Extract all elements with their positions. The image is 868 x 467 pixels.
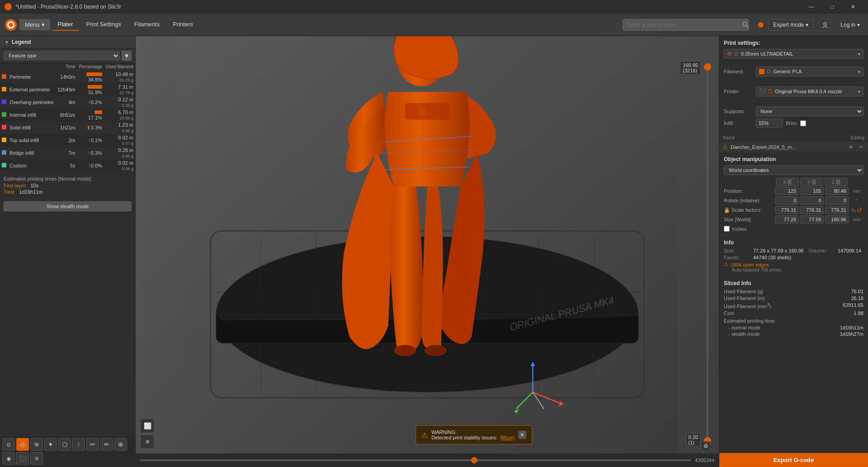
filament-mm3-key: Used Filament (mm3) [724, 302, 771, 309]
account-button[interactable] [818, 19, 832, 31]
filament-cell: 1.23 m3.66 g [104, 121, 135, 134]
filament-m-row: Used Filament (m) 26.16 [724, 295, 863, 301]
object-name: Daecher_Export-2024_5_m... [731, 144, 844, 150]
size-y-input[interactable] [800, 215, 823, 224]
bar-cell: 0.3% [77, 147, 104, 159]
tool-btn-2[interactable]: ◎ [16, 438, 29, 451]
total-value: 1d16h11m [19, 189, 42, 195]
open-edges-warning-icon: ⚠ [724, 262, 728, 267]
position-y-input[interactable] [800, 187, 823, 195]
maximize-button[interactable]: □ [822, 0, 843, 14]
object-edit-button[interactable]: ✏ [858, 143, 864, 150]
position-z-input[interactable] [825, 187, 849, 195]
position-x-input[interactable] [775, 187, 798, 195]
bar-cell: 31.9% [77, 83, 104, 96]
bar-fill [89, 164, 90, 167]
viewport-bottom-icons: ⬜ ≡ [140, 419, 155, 449]
filament-icon: 🗋 [766, 68, 772, 75]
export-gcode-button[interactable]: Export G-code [719, 453, 868, 467]
inches-checkbox[interactable] [724, 226, 730, 232]
tool-btn-9[interactable]: ⊕ [114, 438, 127, 451]
feature-name-cell: Internal infill [0, 109, 56, 121]
sliced-info-title: Sliced Info [724, 280, 863, 286]
tool-btn-8[interactable]: ✏ [100, 438, 113, 451]
warning-more-link[interactable]: [More] [500, 435, 514, 440]
printers-tab[interactable]: Printers [167, 19, 198, 31]
tool-btn-5[interactable]: ⬡ [58, 438, 71, 451]
scale-z-input[interactable] [825, 206, 849, 214]
scale-x-input[interactable] [775, 206, 798, 214]
feature-name: Internal infill [9, 112, 36, 118]
tool-btn-1[interactable]: ⎊ [2, 438, 15, 451]
expert-mode-button[interactable]: Expert mode ▾ [768, 19, 813, 31]
time-cell: 2m [56, 134, 77, 147]
print-time-section: Estimated printing time: - normal mode 1… [724, 318, 863, 337]
printer-dropdown[interactable]: ⬛ 🗋 Original Prusa MK4 0.4 nozzle ▾ [756, 86, 863, 96]
bar-cell: 0.1% [77, 134, 104, 147]
rotate-x-input[interactable] [775, 196, 798, 205]
stats-table: Time Percentage Used filament Perimeter … [0, 63, 135, 172]
menu-button[interactable]: Menu ▾ [19, 19, 50, 30]
tool-btn-12[interactable]: ≡ [30, 452, 43, 465]
filaments-tab[interactable]: Filaments [129, 19, 165, 31]
3d-view: ORIGINAL PRUSA MK4 [136, 36, 719, 453]
warning-close-button[interactable]: ✕ [518, 431, 526, 439]
filament-cell: 0.12 m0.35 g [104, 96, 135, 109]
stealth-mode-button[interactable]: Show stealth mode [4, 201, 132, 211]
print-profile-dropdown[interactable]: ⚙ 🗋 0.05mm ULTRADETAIL ▾ [724, 49, 863, 59]
lock-scale-icon[interactable]: 🔒 [724, 207, 730, 213]
tool-btn-6[interactable]: ↑ [72, 438, 85, 451]
search-input[interactable] [623, 19, 749, 31]
slider-track[interactable] [707, 63, 708, 444]
object-visibility-button[interactable]: 👁 [847, 144, 855, 150]
rotate-z-input[interactable] [825, 196, 849, 205]
horizontal-slider-track[interactable] [140, 459, 691, 461]
slider-handle-top[interactable] [704, 63, 711, 71]
close-button[interactable]: ✕ [843, 0, 863, 14]
feature-name: Perimeter [9, 74, 31, 80]
bar-cell: 34.8% [77, 71, 104, 84]
feature-name-cell: Solid infill [0, 121, 56, 134]
supports-select[interactable]: None [756, 106, 863, 116]
tool-btn-7[interactable]: ✂ [86, 438, 99, 451]
viewport[interactable]: ORIGINAL PRUSA MK4 [136, 36, 719, 467]
app-icon [5, 3, 12, 10]
tool-btn-4[interactable]: ✦ [44, 438, 57, 451]
brim-checkbox[interactable] [800, 120, 806, 126]
horizontal-slider-handle[interactable] [471, 457, 477, 463]
size-x-input[interactable] [775, 215, 798, 224]
filament-m-key: Used Filament (m) [724, 295, 764, 301]
coordinate-system-dropdown[interactable]: World coordinates [724, 165, 863, 175]
minimize-button[interactable]: — [801, 0, 822, 14]
login-button[interactable]: Log in ▾ [837, 19, 863, 30]
viewport-settings-button[interactable]: ⚙ [701, 441, 711, 451]
feature-name: External perimeter [9, 87, 50, 92]
filament-color-swatch [759, 69, 764, 74]
feature-type-select[interactable]: Feature type [4, 51, 120, 60]
open-edges-warning: ⚠ 1804 open edges [724, 262, 863, 267]
tool-btn-11[interactable]: ⬛ [16, 452, 29, 465]
feature-name: Top solid infill [9, 138, 39, 143]
scale-y-input[interactable] [800, 206, 823, 214]
tool-btn-10[interactable]: ◈ [2, 452, 15, 465]
filament-dropdown[interactable]: 🗋 Generic PLA ▾ [756, 67, 863, 76]
print-settings-tab[interactable]: Print Settings [81, 19, 127, 31]
feature-filter-button[interactable]: ▼ [122, 51, 132, 61]
reset-scale-icon[interactable]: ↺ [857, 206, 862, 214]
layers-button[interactable]: ≡ [140, 434, 155, 449]
feature-name: Overhang perimeter [9, 100, 54, 105]
infill-input[interactable] [756, 119, 783, 128]
size-z-input[interactable] [825, 215, 849, 224]
info-section: Info Size: 77.26 x 77.69 x 160.96 Volume… [719, 236, 868, 276]
rotate-y-input[interactable] [800, 196, 823, 205]
printer-section: Printer: ⬛ 🗋 Original Prusa MK4 0.4 nozz… [719, 83, 868, 103]
perspective-button[interactable]: ⬜ [140, 419, 155, 433]
plater-tab[interactable]: Plater [52, 19, 79, 31]
filament-mm3-value: 62911.65 [843, 302, 863, 309]
tool-btn-3[interactable]: ≋ [30, 438, 43, 451]
toolbar-bottom: ⎊ ◎ ≋ ✦ ⬡ ↑ ✂ ✏ ⊕ ◈ ⬛ ≡ [0, 435, 135, 467]
printing-times-label: Estimated printing times [Normal mode]: [4, 176, 132, 181]
col-name [0, 63, 56, 71]
normal-mode-label: - normal mode [724, 325, 760, 330]
legend-title: Legend [12, 39, 31, 45]
